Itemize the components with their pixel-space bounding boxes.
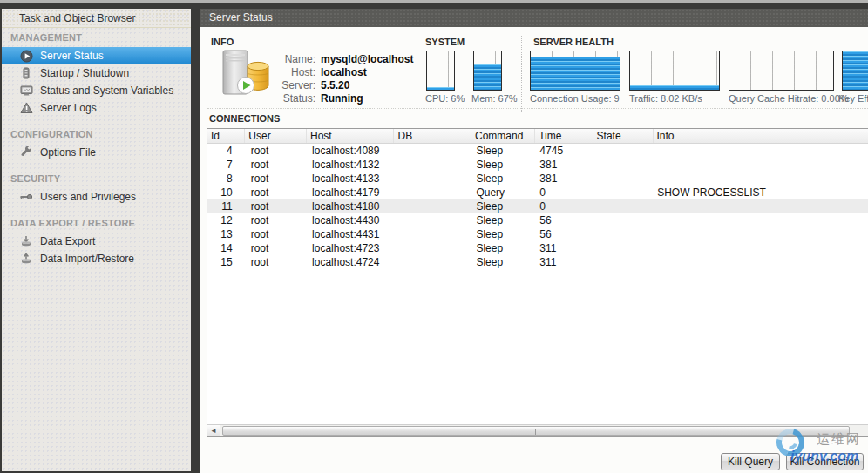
cell-db bbox=[396, 241, 472, 255]
section-divider bbox=[521, 36, 522, 112]
kill-query-button[interactable]: Kill Query bbox=[721, 453, 780, 470]
cpu-gauge bbox=[426, 51, 455, 91]
cell-id: 12 bbox=[207, 213, 248, 227]
info-row-status: Status: Running bbox=[274, 92, 413, 105]
info-row-name: Name: mysqld@localhost bbox=[274, 53, 413, 66]
table-row[interactable]: 10 root localhost:4179 Query 0 SHOW PROC… bbox=[207, 186, 868, 199]
sidebar-section-security: SECURITY bbox=[10, 173, 191, 184]
table-row[interactable]: 4 root localhost:4089 Sleep 4745 bbox=[207, 144, 868, 158]
sidebar-item-users-and-privileges[interactable]: Users and Privileges bbox=[2, 188, 191, 206]
cell-command: Query bbox=[472, 186, 536, 199]
import-icon bbox=[19, 252, 33, 266]
monitor-icon bbox=[19, 84, 33, 98]
sidebar-item-startup-shutdown[interactable]: Startup / Shutdown bbox=[2, 64, 191, 82]
table-row[interactable]: 13 root localhost:4431 Sleep 56 bbox=[207, 227, 868, 241]
horizontal-scrollbar[interactable]: ◄ bbox=[207, 424, 868, 436]
key-efficiency-label: Key Eff bbox=[838, 93, 868, 104]
cell-user: root bbox=[248, 227, 309, 241]
cell-time: 56 bbox=[536, 227, 593, 241]
cell-time: 0 bbox=[536, 199, 593, 213]
cell-state bbox=[593, 144, 654, 158]
scroll-left-arrow-icon[interactable]: ◄ bbox=[207, 425, 220, 436]
sidebar-item-data-export[interactable]: Data Export bbox=[2, 233, 191, 250]
sidebar-tab-task-and-object-browser[interactable]: Task and Object Browser bbox=[2, 9, 191, 28]
sidebar-item-status-system-variables[interactable]: Status and System Variables bbox=[2, 82, 191, 99]
table-row[interactable]: 8 root localhost:4133 Sleep 381 bbox=[207, 172, 868, 186]
sidebar-item-server-status[interactable]: Server Status bbox=[2, 47, 191, 64]
cell-db bbox=[396, 199, 472, 213]
cell-time: 4745 bbox=[536, 144, 593, 158]
cell-user: root bbox=[248, 144, 309, 158]
sidebar-splitter[interactable] bbox=[191, 9, 200, 473]
cell-id: 10 bbox=[207, 186, 248, 199]
kill-connection-button[interactable]: Kill Connection bbox=[786, 453, 864, 470]
cell-info bbox=[654, 255, 868, 269]
cell-state bbox=[593, 255, 654, 269]
column-header-time[interactable]: Time bbox=[535, 129, 593, 143]
key-icon bbox=[19, 190, 33, 204]
info-row-host: Host: localhost bbox=[274, 66, 413, 79]
sidebar-item-server-logs[interactable]: Server Logs bbox=[2, 99, 191, 117]
cell-host: localhost:4179 bbox=[309, 186, 396, 199]
info-section-label: INFO bbox=[211, 37, 234, 47]
scrollbar-thumb[interactable] bbox=[222, 426, 850, 436]
cell-info bbox=[654, 158, 868, 172]
info-field-value: Running bbox=[321, 92, 363, 105]
cell-time: 381 bbox=[536, 158, 593, 172]
column-header-user[interactable]: User bbox=[245, 129, 307, 143]
cell-user: root bbox=[248, 172, 309, 186]
column-header-state[interactable]: State bbox=[593, 129, 654, 143]
cell-db bbox=[396, 158, 472, 172]
sidebar-item-label: Server Logs bbox=[40, 102, 97, 114]
table-row[interactable]: 14 root localhost:4723 Sleep 311 bbox=[207, 241, 868, 255]
traffic-graph-fill bbox=[630, 85, 719, 90]
cell-host: localhost:4724 bbox=[309, 255, 396, 269]
cell-db bbox=[396, 172, 472, 186]
table-row[interactable]: 7 root localhost:4132 Sleep 381 bbox=[207, 158, 868, 172]
sidebar-section-configuration: CONFIGURATION bbox=[10, 129, 191, 139]
cell-info bbox=[654, 227, 868, 241]
column-header-info[interactable]: Info bbox=[654, 129, 868, 143]
main-panel-title: Server Status bbox=[200, 9, 868, 27]
mysql-workbench-admin-window: Task and Object Browser MANAGEMENT Serve… bbox=[0, 0, 868, 473]
wrench-icon bbox=[19, 145, 33, 159]
table-row[interactable]: 12 root localhost:4430 Sleep 56 bbox=[207, 213, 868, 227]
table-row[interactable]: 11 root localhost:4180 Sleep 0 bbox=[207, 199, 868, 213]
cell-host: localhost:4133 bbox=[309, 172, 396, 186]
traffic-graph bbox=[629, 51, 720, 91]
column-header-command[interactable]: Command bbox=[471, 129, 535, 143]
info-row-server: Server: 5.5.20 bbox=[274, 79, 413, 92]
warning-icon bbox=[19, 101, 33, 115]
sidebar-item-label: Server Status bbox=[40, 50, 104, 62]
memory-gauge bbox=[473, 51, 502, 91]
section-divider bbox=[417, 36, 417, 112]
cell-user: root bbox=[248, 255, 309, 269]
cell-state bbox=[593, 199, 654, 213]
cell-host: localhost:4430 bbox=[309, 213, 396, 227]
cell-db bbox=[396, 255, 472, 269]
sidebar-item-label: Startup / Shutdown bbox=[40, 67, 129, 79]
cell-id: 11 bbox=[207, 199, 248, 213]
query-cache-graph bbox=[729, 51, 834, 91]
sidebar-section-data-export-restore: DATA EXPORT / RESTORE bbox=[10, 218, 191, 228]
server-info-fields: Name: mysqld@localhost Host: localhost S… bbox=[274, 53, 413, 105]
cell-user: root bbox=[248, 158, 309, 172]
column-header-host[interactable]: Host bbox=[307, 129, 394, 143]
column-header-id[interactable]: Id bbox=[207, 129, 245, 143]
traffic-label: Traffic: 8.02 KB/s bbox=[629, 93, 702, 104]
key-efficiency-graph bbox=[842, 51, 868, 91]
connections-table: Id User Host DB Command Time State Info … bbox=[207, 128, 868, 437]
info-field-label: Server: bbox=[274, 79, 315, 92]
connections-table-header: Id User Host DB Command Time State Info bbox=[207, 129, 868, 144]
sidebar-item-data-import-restore[interactable]: Data Import/Restore bbox=[2, 250, 191, 267]
info-field-label: Host: bbox=[274, 66, 315, 79]
table-row[interactable]: 15 root localhost:4724 Sleep 311 bbox=[207, 255, 868, 269]
column-header-db[interactable]: DB bbox=[394, 129, 471, 143]
cell-state bbox=[593, 241, 654, 255]
cell-id: 15 bbox=[207, 255, 248, 269]
main-panel: Server Status INFO Name: bbox=[200, 9, 868, 473]
cell-state bbox=[593, 186, 654, 199]
scrollbar-grip-icon bbox=[532, 429, 539, 435]
sidebar-item-options-file[interactable]: Options File bbox=[2, 144, 191, 161]
sidebar-section-management: MANAGEMENT bbox=[10, 32, 191, 43]
